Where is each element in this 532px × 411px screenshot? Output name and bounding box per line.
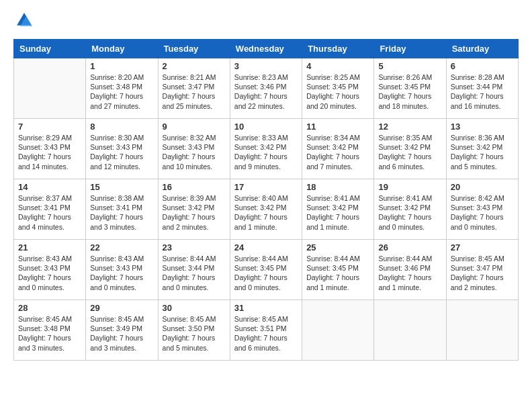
- day-number: 23: [163, 242, 226, 253]
- day-info: Sunrise: 8:44 AM Sunset: 3:45 PM Dayligh…: [234, 254, 298, 292]
- day-info: Sunrise: 8:28 AM Sunset: 3:44 PM Dayligh…: [451, 73, 514, 111]
- calendar-cell: 3Sunrise: 8:23 AM Sunset: 3:46 PM Daylig…: [230, 58, 302, 119]
- day-info: Sunrise: 8:25 AM Sunset: 3:45 PM Dayligh…: [306, 73, 369, 111]
- calendar-table: SundayMondayTuesdayWednesdayThursdayFrid…: [13, 39, 519, 361]
- calendar-cell: 20Sunrise: 8:42 AM Sunset: 3:43 PM Dayli…: [446, 179, 518, 240]
- calendar-cell: 8Sunrise: 8:30 AM Sunset: 3:43 PM Daylig…: [86, 119, 158, 179]
- calendar-cell: 19Sunrise: 8:41 AM Sunset: 3:42 PM Dayli…: [374, 179, 446, 240]
- day-info: Sunrise: 8:44 AM Sunset: 3:46 PM Dayligh…: [378, 254, 441, 292]
- calendar-cell: 11Sunrise: 8:34 AM Sunset: 3:42 PM Dayli…: [302, 119, 374, 179]
- day-number: 20: [451, 182, 514, 192]
- calendar-week-row: 14Sunrise: 8:37 AM Sunset: 3:41 PM Dayli…: [14, 179, 519, 240]
- day-number: 2: [163, 61, 226, 71]
- calendar-cell: 12Sunrise: 8:35 AM Sunset: 3:42 PM Dayli…: [374, 119, 446, 179]
- calendar-header-row: SundayMondayTuesdayWednesdayThursdayFrid…: [14, 40, 519, 58]
- calendar-week-row: 28Sunrise: 8:45 AM Sunset: 3:48 PM Dayli…: [14, 300, 519, 361]
- calendar-header: SundayMondayTuesdayWednesdayThursdayFrid…: [14, 40, 519, 58]
- calendar-cell: 17Sunrise: 8:40 AM Sunset: 3:42 PM Dayli…: [230, 179, 302, 240]
- day-info: Sunrise: 8:40 AM Sunset: 3:42 PM Dayligh…: [234, 193, 298, 232]
- day-number: 30: [163, 303, 226, 313]
- logo: [13, 11, 34, 32]
- day-info: Sunrise: 8:43 AM Sunset: 3:43 PM Dayligh…: [18, 254, 81, 292]
- day-info: Sunrise: 8:26 AM Sunset: 3:45 PM Dayligh…: [378, 73, 441, 111]
- calendar-week-row: 7Sunrise: 8:29 AM Sunset: 3:43 PM Daylig…: [14, 119, 519, 179]
- calendar-cell: [302, 300, 374, 361]
- calendar-cell: 14Sunrise: 8:37 AM Sunset: 3:41 PM Dayli…: [14, 179, 86, 240]
- day-number: 19: [378, 182, 441, 192]
- day-info: Sunrise: 8:21 AM Sunset: 3:47 PM Dayligh…: [163, 73, 226, 111]
- header: [13, 11, 519, 32]
- day-number: 25: [306, 242, 369, 253]
- calendar-cell: 2Sunrise: 8:21 AM Sunset: 3:47 PM Daylig…: [158, 58, 230, 119]
- day-number: 28: [18, 303, 81, 313]
- day-header-saturday: Saturday: [446, 40, 518, 58]
- day-info: Sunrise: 8:38 AM Sunset: 3:41 PM Dayligh…: [90, 193, 153, 232]
- day-number: 29: [90, 303, 153, 313]
- day-header-friday: Friday: [374, 40, 446, 58]
- day-number: 8: [90, 122, 153, 132]
- calendar-week-row: 1Sunrise: 8:20 AM Sunset: 3:48 PM Daylig…: [14, 58, 519, 119]
- day-header-wednesday: Wednesday: [230, 40, 302, 58]
- calendar-cell: 23Sunrise: 8:44 AM Sunset: 3:44 PM Dayli…: [158, 240, 230, 300]
- day-info: Sunrise: 8:32 AM Sunset: 3:43 PM Dayligh…: [163, 133, 226, 171]
- calendar-body: 1Sunrise: 8:20 AM Sunset: 3:48 PM Daylig…: [14, 58, 519, 361]
- calendar-cell: 9Sunrise: 8:32 AM Sunset: 3:43 PM Daylig…: [158, 119, 230, 179]
- day-header-tuesday: Tuesday: [158, 40, 230, 58]
- calendar-cell: [14, 58, 86, 119]
- calendar-cell: 6Sunrise: 8:28 AM Sunset: 3:44 PM Daylig…: [446, 58, 518, 119]
- calendar-cell: 30Sunrise: 8:45 AM Sunset: 3:50 PM Dayli…: [158, 300, 230, 361]
- day-info: Sunrise: 8:20 AM Sunset: 3:48 PM Dayligh…: [90, 73, 153, 111]
- calendar-cell: [446, 300, 518, 361]
- calendar-cell: 27Sunrise: 8:45 AM Sunset: 3:47 PM Dayli…: [446, 240, 518, 300]
- day-info: Sunrise: 8:41 AM Sunset: 3:42 PM Dayligh…: [306, 193, 369, 232]
- day-header-sunday: Sunday: [14, 40, 86, 58]
- calendar-cell: 15Sunrise: 8:38 AM Sunset: 3:41 PM Dayli…: [86, 179, 158, 240]
- day-header-thursday: Thursday: [302, 40, 374, 58]
- day-info: Sunrise: 8:36 AM Sunset: 3:42 PM Dayligh…: [451, 133, 514, 171]
- day-number: 7: [18, 122, 81, 132]
- day-number: 10: [234, 122, 298, 132]
- day-info: Sunrise: 8:45 AM Sunset: 3:48 PM Dayligh…: [18, 314, 81, 353]
- calendar-cell: [374, 300, 446, 361]
- day-number: 15: [90, 182, 153, 192]
- day-number: 4: [306, 61, 369, 71]
- day-info: Sunrise: 8:45 AM Sunset: 3:49 PM Dayligh…: [90, 314, 153, 353]
- day-info: Sunrise: 8:44 AM Sunset: 3:45 PM Dayligh…: [306, 254, 369, 292]
- logo-icon: [15, 11, 34, 30]
- calendar-cell: 31Sunrise: 8:45 AM Sunset: 3:51 PM Dayli…: [230, 300, 302, 361]
- day-info: Sunrise: 8:33 AM Sunset: 3:42 PM Dayligh…: [234, 133, 298, 171]
- calendar-cell: 29Sunrise: 8:45 AM Sunset: 3:49 PM Dayli…: [86, 300, 158, 361]
- day-number: 31: [234, 303, 298, 313]
- calendar-cell: 18Sunrise: 8:41 AM Sunset: 3:42 PM Dayli…: [302, 179, 374, 240]
- calendar-cell: 21Sunrise: 8:43 AM Sunset: 3:43 PM Dayli…: [14, 240, 86, 300]
- day-number: 22: [90, 242, 153, 253]
- day-info: Sunrise: 8:35 AM Sunset: 3:42 PM Dayligh…: [378, 133, 441, 171]
- day-info: Sunrise: 8:23 AM Sunset: 3:46 PM Dayligh…: [234, 73, 298, 111]
- calendar-cell: 16Sunrise: 8:39 AM Sunset: 3:42 PM Dayli…: [158, 179, 230, 240]
- calendar-cell: 4Sunrise: 8:25 AM Sunset: 3:45 PM Daylig…: [302, 58, 374, 119]
- day-info: Sunrise: 8:41 AM Sunset: 3:42 PM Dayligh…: [378, 193, 441, 232]
- day-info: Sunrise: 8:45 AM Sunset: 3:47 PM Dayligh…: [451, 254, 514, 292]
- calendar-cell: 25Sunrise: 8:44 AM Sunset: 3:45 PM Dayli…: [302, 240, 374, 300]
- calendar-cell: 1Sunrise: 8:20 AM Sunset: 3:48 PM Daylig…: [86, 58, 158, 119]
- calendar-week-row: 21Sunrise: 8:43 AM Sunset: 3:43 PM Dayli…: [14, 240, 519, 300]
- day-info: Sunrise: 8:29 AM Sunset: 3:43 PM Dayligh…: [18, 133, 81, 171]
- day-info: Sunrise: 8:39 AM Sunset: 3:42 PM Dayligh…: [163, 193, 226, 232]
- day-info: Sunrise: 8:45 AM Sunset: 3:50 PM Dayligh…: [163, 314, 226, 353]
- calendar-cell: 28Sunrise: 8:45 AM Sunset: 3:48 PM Dayli…: [14, 300, 86, 361]
- day-number: 6: [451, 61, 514, 71]
- calendar-cell: 24Sunrise: 8:44 AM Sunset: 3:45 PM Dayli…: [230, 240, 302, 300]
- day-number: 18: [306, 182, 369, 192]
- day-number: 13: [451, 122, 514, 132]
- day-info: Sunrise: 8:30 AM Sunset: 3:43 PM Dayligh…: [90, 133, 153, 171]
- day-number: 11: [306, 122, 369, 132]
- day-number: 26: [378, 242, 441, 253]
- calendar-cell: 10Sunrise: 8:33 AM Sunset: 3:42 PM Dayli…: [230, 119, 302, 179]
- day-number: 17: [234, 182, 298, 192]
- day-number: 21: [18, 242, 81, 253]
- day-info: Sunrise: 8:34 AM Sunset: 3:42 PM Dayligh…: [306, 133, 369, 171]
- day-info: Sunrise: 8:42 AM Sunset: 3:43 PM Dayligh…: [451, 193, 514, 232]
- calendar-cell: 13Sunrise: 8:36 AM Sunset: 3:42 PM Dayli…: [446, 119, 518, 179]
- calendar-cell: 5Sunrise: 8:26 AM Sunset: 3:45 PM Daylig…: [374, 58, 446, 119]
- day-info: Sunrise: 8:44 AM Sunset: 3:44 PM Dayligh…: [163, 254, 226, 292]
